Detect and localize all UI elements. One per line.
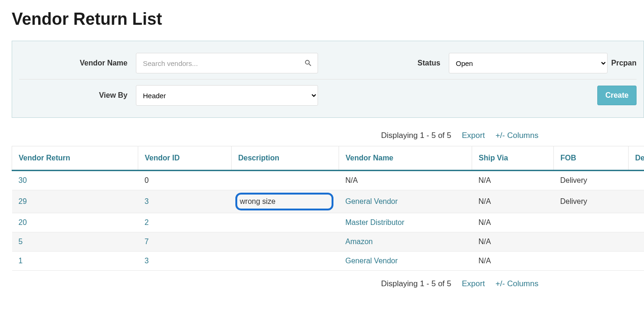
columns-link[interactable]: +/- Columns (495, 131, 538, 140)
table-row: 202Master DistributorN/A (12, 213, 644, 232)
view-by-label: View By (19, 91, 136, 100)
status-label: Status (365, 59, 449, 67)
description-cell (232, 232, 339, 252)
vendor-name-link[interactable]: General Vendor (346, 257, 398, 265)
table-row: 57AmazonN/A (12, 232, 644, 252)
fob-cell (554, 232, 629, 252)
ship-via-cell: N/A (472, 232, 554, 252)
vendor-id-link[interactable]: 7 (145, 238, 149, 246)
table-toolbar-bottom: Displaying 1 - 5 of 5 Export +/- Columns (12, 271, 538, 291)
description-cell (232, 213, 339, 232)
col-vendor-id[interactable]: Vendor ID (138, 146, 232, 171)
status-select[interactable]: Open (449, 53, 608, 73)
ship-via-cell: N/A (472, 252, 554, 271)
del-cell (629, 213, 644, 232)
description-cell (232, 171, 339, 190)
vendor-id-link[interactable]: 3 (145, 257, 149, 265)
table-row: 293wrong sizeGeneral VendorN/ADelivery (12, 190, 644, 213)
table-row: 13General VendorN/A (12, 252, 644, 271)
table-row: 300N/AN/ADelivery (12, 171, 644, 190)
columns-link-bottom[interactable]: +/- Columns (495, 279, 538, 288)
col-ship-via[interactable]: Ship Via (472, 146, 554, 171)
vendor-id-link[interactable]: 2 (145, 218, 149, 226)
vendor-name-label: Vendor Name (19, 59, 136, 67)
fob-cell (554, 213, 629, 232)
vendor-name-link[interactable]: Amazon (346, 238, 373, 246)
vendor-return-link[interactable]: 20 (19, 218, 27, 226)
table-header-row: Vendor Return Vendor ID Description Vend… (12, 146, 644, 171)
vendor-return-link[interactable]: 1 (19, 257, 23, 265)
vendor-search-wrap (136, 53, 318, 73)
fob-cell (554, 252, 629, 271)
view-by-select[interactable]: Header (136, 85, 318, 106)
del-cell (629, 190, 644, 213)
create-button[interactable]: Create (597, 86, 637, 105)
ship-via-cell: N/A (472, 213, 554, 232)
export-link[interactable]: Export (462, 131, 485, 140)
ship-via-cell: N/A (472, 190, 554, 213)
vendor-name-cell: N/A (339, 171, 472, 190)
vendor-search-input[interactable] (136, 53, 318, 73)
table-toolbar-top: Displaying 1 - 5 of 5 Export +/- Columns (12, 128, 538, 143)
page-title: Vendor Return List (12, 9, 644, 29)
vendor-return-link[interactable]: 30 (19, 176, 27, 184)
col-vendor-name[interactable]: Vendor Name (339, 146, 472, 171)
prcpan-label: Prcpan (608, 59, 637, 67)
description-cell (232, 252, 339, 271)
vendor-return-link[interactable]: 29 (19, 197, 27, 205)
ship-via-cell: N/A (472, 171, 554, 190)
fob-cell: Delivery (554, 190, 629, 213)
vendor-id-link[interactable]: 3 (145, 197, 149, 205)
vendor-name-link[interactable]: Master Distributor (346, 218, 404, 226)
col-del[interactable]: Del (629, 146, 644, 171)
description-highlight: wrong size (235, 193, 333, 210)
vendor-return-link[interactable]: 5 (19, 238, 23, 246)
vendor-name-link[interactable]: General Vendor (346, 197, 398, 205)
vendor-id-cell: 0 (138, 171, 232, 190)
del-cell (629, 252, 644, 271)
filter-panel: Vendor Name Status Open Prcpan View By H… (12, 41, 644, 118)
col-fob[interactable]: FOB (554, 146, 629, 171)
fob-cell: Delivery (554, 171, 629, 190)
description-cell: wrong size (232, 190, 339, 213)
export-link-bottom[interactable]: Export (462, 279, 485, 288)
col-description[interactable]: Description (232, 146, 339, 171)
col-vendor-return[interactable]: Vendor Return (12, 146, 138, 171)
displaying-text: Displaying 1 - 5 of 5 (381, 131, 451, 140)
del-cell (629, 171, 644, 190)
del-cell (629, 232, 644, 252)
vendor-return-table: Vendor Return Vendor ID Description Vend… (12, 146, 644, 271)
displaying-text-bottom: Displaying 1 - 5 of 5 (381, 279, 451, 288)
